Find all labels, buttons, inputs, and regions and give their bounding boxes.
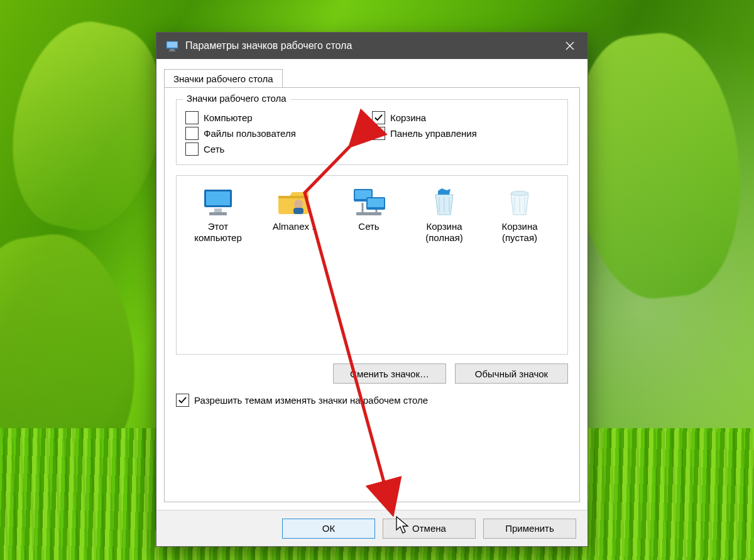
svg-rect-9: [293, 208, 303, 214]
svg-point-15: [511, 191, 528, 196]
ok-button[interactable]: ОК: [282, 519, 375, 539]
cancel-button[interactable]: Отмена: [383, 519, 476, 539]
icon-recycle-full[interactable]: Корзина (полная): [407, 185, 482, 261]
svg-rect-5: [206, 191, 230, 205]
icon-label: Этот компьютер: [183, 221, 253, 244]
tab-desktop-icons[interactable]: Значки рабочего стола: [164, 69, 283, 88]
checkbox-icon: [185, 111, 199, 124]
svg-rect-2: [170, 50, 174, 51]
tab-label: Значки рабочего стола: [173, 73, 273, 84]
checkbox-user-files[interactable]: Файлы пользователя: [185, 127, 372, 140]
icon-this-pc[interactable]: Этот компьютер: [180, 185, 256, 261]
icon-recycle-empty[interactable]: Корзина (пустая): [482, 185, 557, 261]
svg-rect-14: [356, 212, 381, 215]
checkbox-icon: [176, 394, 189, 407]
svg-rect-7: [209, 212, 227, 215]
icon-label: Сеть: [358, 221, 379, 232]
checkbox-computer[interactable]: Компьютер: [185, 111, 372, 124]
group-desktop-icons: Значки рабочего стола Компьютер Файлы по…: [176, 99, 568, 165]
svg-point-8: [294, 200, 303, 208]
checkbox-allow-themes[interactable]: Разрешить темам изменять значки на рабоч…: [176, 394, 568, 407]
button-label: Обычный значок: [475, 369, 548, 379]
checkbox-icon: [185, 127, 199, 140]
checkbox-label: Корзина: [390, 112, 426, 123]
icon-preview-panel: Этот компьютер Almanex . Сеть: [176, 175, 568, 355]
app-icon: [165, 39, 179, 53]
close-button[interactable]: [552, 33, 587, 59]
svg-rect-1: [167, 42, 178, 48]
checkbox-control-panel[interactable]: Панель управления: [372, 127, 559, 140]
checkbox-label: Файлы пользователя: [204, 128, 296, 139]
checkbox-network[interactable]: Сеть: [185, 143, 372, 156]
user-folder-icon: [276, 187, 311, 217]
titlebar[interactable]: Параметры значков рабочего стола: [156, 33, 587, 59]
icon-user-folder[interactable]: Almanex .: [256, 185, 331, 261]
checkbox-recycle-bin[interactable]: Корзина: [372, 111, 559, 124]
checkbox-label: Панель управления: [390, 128, 477, 139]
icon-label: Almanex .: [273, 221, 315, 232]
window-title: Параметры значков рабочего стола: [185, 40, 552, 51]
apply-button[interactable]: Применить: [483, 519, 576, 539]
checkbox-icon: [372, 111, 385, 124]
group-title: Значки рабочего стола: [183, 93, 290, 104]
icon-label: Корзина (полная): [410, 221, 479, 244]
button-label: Отмена: [412, 523, 446, 534]
checkbox-icon: [372, 127, 385, 140]
button-label: Применить: [505, 523, 554, 534]
svg-rect-6: [214, 208, 222, 212]
checkbox-icon: [185, 143, 199, 156]
button-label: Сменить значок…: [350, 369, 429, 379]
change-icon-button[interactable]: Сменить значок…: [333, 363, 446, 384]
network-icon: [351, 187, 386, 217]
checkbox-label: Сеть: [204, 144, 224, 154]
recycle-bin-empty-icon: [502, 187, 537, 217]
svg-rect-3: [169, 50, 176, 51]
icon-network[interactable]: Сеть: [331, 185, 407, 261]
icon-label: Корзина (пустая): [485, 221, 554, 244]
recycle-bin-full-icon: [427, 187, 462, 217]
button-label: ОК: [322, 523, 335, 534]
checkbox-label: Разрешить темам изменять значки на рабоч…: [194, 395, 428, 406]
computer-icon: [200, 187, 236, 217]
desktop-icon-settings-dialog: Параметры значков рабочего стола Значки …: [156, 32, 588, 547]
tab-strip: Значки рабочего стола: [164, 69, 580, 88]
svg-rect-13: [368, 198, 384, 207]
checkbox-label: Компьютер: [204, 112, 253, 123]
restore-default-icon-button[interactable]: Обычный значок: [455, 363, 568, 384]
dialog-footer: ОК Отмена Применить: [156, 510, 587, 546]
